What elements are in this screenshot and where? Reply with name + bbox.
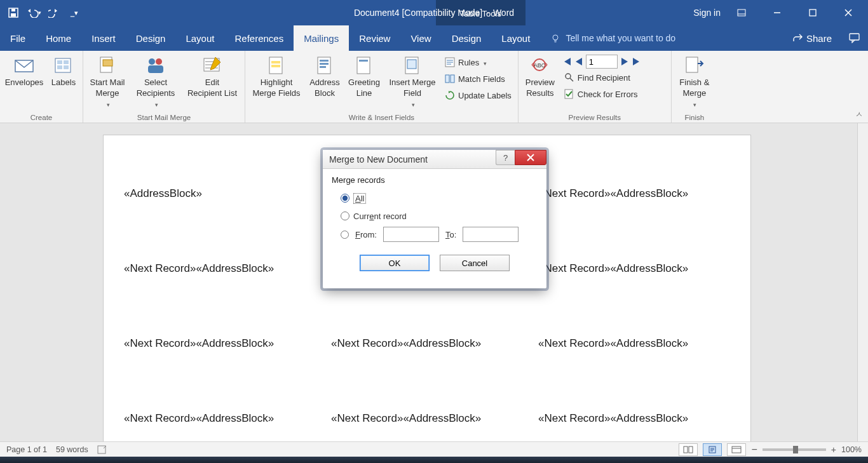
update-labels-button[interactable]: Update Labels bbox=[442, 88, 514, 103]
insert-merge-field-button[interactable]: Insert Merge Field bbox=[385, 53, 440, 111]
web-layout-icon[interactable] bbox=[727, 443, 746, 456]
highlight-merge-fields-button[interactable]: Highlight Merge Fields bbox=[248, 53, 305, 100]
close-icon[interactable] bbox=[834, 4, 863, 22]
tab-design[interactable]: Design bbox=[126, 25, 176, 51]
dialog-buttons: OK Cancel bbox=[323, 247, 546, 278]
zoom-in-icon[interactable]: + bbox=[831, 445, 836, 455]
tab-file[interactable]: File bbox=[0, 25, 36, 51]
tab-view[interactable]: View bbox=[400, 25, 441, 51]
tell-me-search[interactable]: Tell me what you want to do bbox=[540, 25, 783, 51]
preview-results-button[interactable]: ABC Preview Results bbox=[521, 53, 559, 100]
table-cell[interactable]: «Next Record»«AddressBlock» bbox=[331, 412, 523, 425]
radio-from[interactable] bbox=[341, 231, 349, 239]
tab-table-layout[interactable]: Layout bbox=[491, 25, 540, 51]
collapse-ribbon-icon[interactable]: ㅅ bbox=[855, 109, 863, 120]
record-number-input[interactable] bbox=[586, 55, 618, 69]
zoom-level[interactable]: 100% bbox=[841, 445, 862, 454]
svg-rect-26 bbox=[357, 57, 370, 74]
greeting-icon bbox=[353, 55, 375, 76]
tab-references[interactable]: References bbox=[224, 25, 294, 51]
dialog-help-icon[interactable]: ? bbox=[496, 150, 515, 165]
table-cell[interactable]: «Next Record»«AddressBlock» bbox=[124, 337, 316, 350]
cancel-button[interactable]: Cancel bbox=[440, 255, 510, 271]
dropdown-caret-icon bbox=[482, 58, 487, 67]
table-cell[interactable]: «Next Record»«AddressBlock» bbox=[538, 262, 730, 275]
next-record-icon[interactable] bbox=[620, 57, 629, 66]
update-icon bbox=[445, 90, 455, 100]
labels-button[interactable]: Labels bbox=[47, 53, 80, 90]
tab-layout[interactable]: Layout bbox=[175, 25, 224, 51]
address-block-label: Address Block bbox=[309, 77, 340, 99]
signin-link[interactable]: Sign in bbox=[693, 8, 721, 18]
table-cell[interactable]: «Next Record»«AddressBlock» bbox=[538, 412, 730, 425]
minimize-icon[interactable] bbox=[763, 4, 792, 22]
maximize-icon[interactable] bbox=[798, 4, 827, 22]
envelopes-button[interactable]: Envelopes bbox=[3, 53, 46, 90]
edit-recipient-list-button[interactable]: Edit Recipient List bbox=[182, 53, 242, 100]
table-cell[interactable]: «AddressBlock» bbox=[124, 187, 316, 200]
table-cell[interactable]: «Next Record»«AddressBlock» bbox=[124, 412, 316, 425]
svg-text:ABC: ABC bbox=[534, 62, 546, 69]
greeting-line-button[interactable]: Greeting Line bbox=[344, 53, 384, 100]
last-record-icon[interactable] bbox=[632, 57, 642, 66]
tab-review[interactable]: Review bbox=[349, 25, 400, 51]
save-icon[interactable] bbox=[5, 4, 22, 21]
start-mail-merge-button[interactable]: Start Mail Merge bbox=[86, 53, 129, 111]
tab-insert[interactable]: Insert bbox=[81, 25, 126, 51]
tab-home[interactable]: Home bbox=[36, 25, 81, 51]
table-cell[interactable]: «Next Record»«AddressBlock» bbox=[538, 337, 730, 350]
tab-table-design[interactable]: Design bbox=[442, 25, 492, 51]
ribbon-display-options-icon[interactable] bbox=[727, 4, 756, 22]
tab-mailings[interactable]: Mailings bbox=[294, 25, 349, 51]
radio-all[interactable] bbox=[341, 194, 349, 203]
table-cell[interactable]: «Next Record»«AddressBlock» bbox=[331, 337, 523, 350]
qat-customize-icon[interactable]: ‗▾ bbox=[66, 4, 83, 21]
table-cell[interactable]: «Next Record»«AddressBlock» bbox=[124, 262, 316, 275]
to-input[interactable] bbox=[463, 227, 519, 242]
check-icon bbox=[564, 89, 574, 99]
radio-current[interactable] bbox=[341, 211, 349, 220]
finish-merge-button[interactable]: Finish & Merge bbox=[674, 53, 715, 111]
read-mode-icon[interactable] bbox=[679, 443, 698, 456]
undo-icon[interactable]: ▾ bbox=[25, 4, 42, 21]
table-cell[interactable]: «Next Record»«AddressBlock» bbox=[538, 187, 730, 200]
redo-icon[interactable] bbox=[46, 4, 62, 21]
dialog-title-bar[interactable]: Merge to New Document ? bbox=[323, 150, 546, 169]
dropdown-caret-icon bbox=[410, 99, 415, 110]
zoom-thumb[interactable] bbox=[793, 446, 798, 453]
zoom-slider[interactable] bbox=[763, 448, 826, 451]
ok-button[interactable]: OK bbox=[360, 255, 430, 271]
dropdown-caret-icon bbox=[105, 99, 110, 110]
merge-records-label: Merge records bbox=[332, 175, 538, 185]
svg-rect-2 bbox=[11, 9, 15, 11]
svg-rect-37 bbox=[686, 57, 698, 72]
comments-icon[interactable] bbox=[841, 25, 868, 51]
zoom-out-icon[interactable]: − bbox=[751, 444, 757, 455]
share-button[interactable]: Share bbox=[783, 25, 841, 51]
svg-rect-11 bbox=[57, 65, 62, 69]
dialog-title: Merge to New Document bbox=[329, 154, 428, 164]
quick-access-toolbar: ▾ ‗▾ bbox=[0, 4, 83, 21]
word-count[interactable]: 59 words bbox=[56, 445, 88, 454]
lightbulb-icon bbox=[550, 33, 560, 43]
prev-record-icon[interactable] bbox=[574, 57, 583, 66]
rules-button[interactable]: Rules bbox=[442, 55, 514, 70]
find-recipient-button[interactable]: Find Recipient bbox=[562, 70, 667, 85]
proofing-icon[interactable] bbox=[97, 445, 107, 455]
match-fields-label: Match Fields bbox=[458, 74, 505, 84]
svg-rect-32 bbox=[451, 75, 454, 83]
match-icon bbox=[445, 74, 455, 84]
page-status[interactable]: Page 1 of 1 bbox=[6, 445, 47, 454]
match-fields-button[interactable]: Match Fields bbox=[442, 71, 514, 86]
vertical-scrollbar[interactable] bbox=[857, 123, 868, 444]
first-record-icon[interactable] bbox=[562, 57, 572, 66]
dropdown-caret-icon bbox=[154, 99, 158, 110]
status-bar: Page 1 of 1 59 words − + 100% bbox=[0, 441, 868, 457]
from-input[interactable] bbox=[383, 227, 439, 242]
print-layout-icon[interactable] bbox=[703, 443, 722, 456]
address-block-button[interactable]: Address Block bbox=[306, 53, 343, 100]
select-recipients-button[interactable]: Select Recipients bbox=[130, 53, 181, 111]
check-errors-button[interactable]: Check for Errors bbox=[562, 86, 667, 102]
dialog-close-icon[interactable] bbox=[515, 150, 546, 165]
insert-field-icon bbox=[402, 55, 423, 76]
